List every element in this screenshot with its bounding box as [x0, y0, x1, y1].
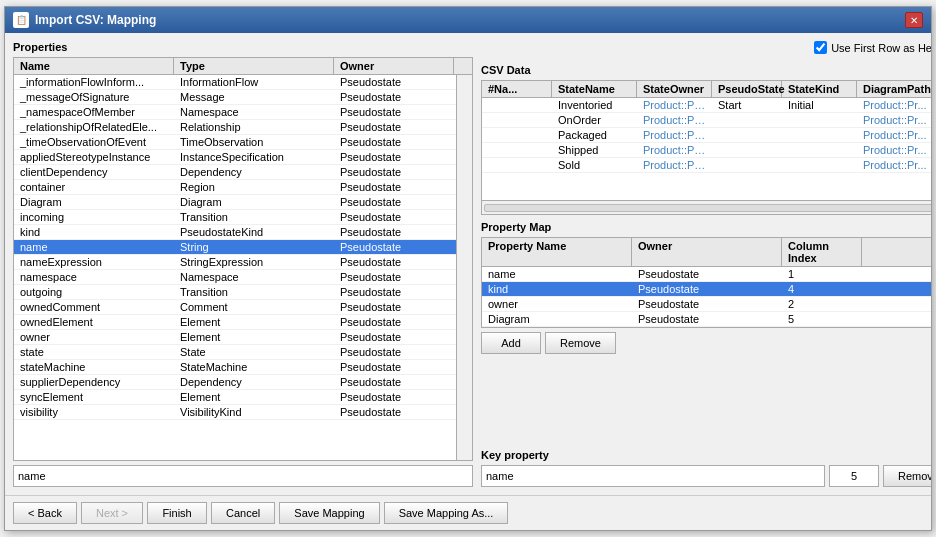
key-property-remove-button[interactable]: Remove [883, 465, 931, 487]
csv-table-row[interactable]: OnOrder Product::Pr... Product::Pr... [482, 113, 931, 128]
finish-button[interactable]: Finish [147, 502, 207, 524]
prop-cell-name: container [14, 180, 174, 194]
prop-cell-name: nameExpression [14, 255, 174, 269]
prop-cell-owner: Pseudostate [334, 390, 454, 404]
table-row[interactable]: namespace Namespace Pseudostate [14, 270, 456, 285]
prop-cell-owner: Pseudostate [334, 165, 454, 179]
csv-table-body: Inventoried Product::Pr... Start Initial… [482, 98, 931, 200]
table-row[interactable]: Diagram Diagram Pseudostate [14, 195, 456, 210]
table-row[interactable]: name String Pseudostate [14, 240, 456, 255]
csv-cell-name: Shipped [552, 143, 637, 157]
prop-cell-name: appliedStereotypeInstance [14, 150, 174, 164]
table-row[interactable]: owner Element Pseudostate [14, 330, 456, 345]
pm-table-row[interactable]: Diagram Pseudostate 5 [482, 312, 931, 327]
csv-cell-pseudo: Start [712, 98, 782, 112]
csv-cell-owner: Product::Pr... [637, 158, 712, 172]
prop-cell-name: _informationFlowInform... [14, 75, 174, 89]
prop-cell-name: stateMachine [14, 360, 174, 374]
csv-scrollbar-x[interactable] [482, 200, 931, 214]
save-mapping-button[interactable]: Save Mapping [279, 502, 379, 524]
key-property-number-input[interactable] [829, 465, 879, 487]
header-checkbox-row: Use First Row as Header [481, 41, 931, 54]
add-remove-row: Add Remove [481, 332, 931, 354]
table-row[interactable]: supplierDependency Dependency Pseudostat… [14, 375, 456, 390]
prop-cell-name: name [14, 240, 174, 254]
csv-cell-path: Product::Pr... [857, 128, 931, 142]
properties-label: Properties [13, 41, 473, 53]
key-property-label: Key property [481, 449, 931, 461]
key-property-name-input[interactable] [481, 465, 825, 487]
table-row[interactable]: _messageOfSignature Message Pseudostate [14, 90, 456, 105]
table-row[interactable]: _timeObservationOfEvent TimeObservation … [14, 135, 456, 150]
window-icon: 📋 [13, 12, 29, 28]
prop-cell-type: Namespace [174, 105, 334, 119]
csv-cell-owner: Product::Pr... [637, 98, 712, 112]
table-row[interactable]: _namespaceOfMember Namespace Pseudostate [14, 105, 456, 120]
back-button[interactable]: < Back [13, 502, 77, 524]
table-row[interactable]: clientDependency Dependency Pseudostate [14, 165, 456, 180]
table-row[interactable]: outgoing Transition Pseudostate [14, 285, 456, 300]
csv-cell-owner: Product::Pr... [637, 113, 712, 127]
main-window: 📋 Import CSV: Mapping ✕ Properties Name … [4, 6, 932, 531]
pm-table-row[interactable]: name Pseudostate 1 [482, 267, 931, 282]
pm-cell-name: name [482, 267, 632, 281]
prop-cell-owner: Pseudostate [334, 225, 454, 239]
prop-cell-type: StateMachine [174, 360, 334, 374]
csv-table-row[interactable]: Packaged Product::Pr... Product::Pr... [482, 128, 931, 143]
prop-cell-name: visibility [14, 405, 174, 419]
csv-table-row[interactable]: Sold Product::Pr... Product::Pr... [482, 158, 931, 173]
csv-cell-name: Sold [552, 158, 637, 172]
add-button[interactable]: Add [481, 332, 541, 354]
properties-scrollbar[interactable] [456, 75, 472, 460]
cancel-button[interactable]: Cancel [211, 502, 275, 524]
pm-cell-name: owner [482, 297, 632, 311]
prop-cell-type: VisibilityKind [174, 405, 334, 419]
right-panel: Use First Row as Header CSV Data #Na... … [481, 41, 931, 487]
csv-scrollbar-track[interactable] [484, 204, 931, 212]
prop-cell-owner: Pseudostate [334, 315, 454, 329]
csv-cell-path: Product::Pr... [857, 143, 931, 157]
prop-cell-type: Element [174, 330, 334, 344]
pm-table-row[interactable]: owner Pseudostate 2 [482, 297, 931, 312]
properties-search-input[interactable] [13, 465, 473, 487]
table-row[interactable]: visibility VisibilityKind Pseudostate [14, 405, 456, 420]
prop-cell-type: Transition [174, 285, 334, 299]
csv-table-row[interactable]: Inventoried Product::Pr... Start Initial… [482, 98, 931, 113]
table-row[interactable]: nameExpression StringExpression Pseudost… [14, 255, 456, 270]
save-mapping-as-button[interactable]: Save Mapping As... [384, 502, 509, 524]
table-row[interactable]: syncElement Element Pseudostate [14, 390, 456, 405]
csv-cell-kind [782, 158, 857, 172]
csv-section: CSV Data #Na... StateName StateOwner Pse… [481, 64, 931, 215]
csv-table-row[interactable]: Shipped Product::Pr... Product::Pr... [482, 143, 931, 158]
csv-label: CSV Data [481, 64, 931, 76]
prop-cell-type: InformationFlow [174, 75, 334, 89]
table-row[interactable]: _relationshipOfRelatedEle... Relationshi… [14, 120, 456, 135]
csv-cell-path: Product::Pr... [857, 98, 931, 112]
first-row-checkbox[interactable] [814, 41, 827, 54]
prop-cell-name: _relationshipOfRelatedEle... [14, 120, 174, 134]
table-row[interactable]: appliedStereotypeInstance InstanceSpecif… [14, 150, 456, 165]
csv-cell-owner: Product::Pr... [637, 128, 712, 142]
table-row[interactable]: container Region Pseudostate [14, 180, 456, 195]
csv-cell-kind [782, 113, 857, 127]
prop-cell-type: Namespace [174, 270, 334, 284]
csv-cell-name: Inventoried [552, 98, 637, 112]
pm-header-index: Column Index [782, 238, 862, 266]
prop-cell-name: Diagram [14, 195, 174, 209]
table-row[interactable]: _informationFlowInform... InformationFlo… [14, 75, 456, 90]
prop-cell-name: ownedComment [14, 300, 174, 314]
remove-button[interactable]: Remove [545, 332, 616, 354]
next-button[interactable]: Next > [81, 502, 143, 524]
prop-cell-owner: Pseudostate [334, 300, 454, 314]
table-row[interactable]: kind PseudostateKind Pseudostate [14, 225, 456, 240]
pm-table-body: name Pseudostate 1 kind Pseudostate 4 ow… [482, 267, 931, 327]
table-row[interactable]: incoming Transition Pseudostate [14, 210, 456, 225]
prop-cell-type: Region [174, 180, 334, 194]
table-row[interactable]: ownedElement Element Pseudostate [14, 315, 456, 330]
table-row[interactable]: ownedComment Comment Pseudostate [14, 300, 456, 315]
table-row[interactable]: state State Pseudostate [14, 345, 456, 360]
table-row[interactable]: stateMachine StateMachine Pseudostate [14, 360, 456, 375]
prop-cell-owner: Pseudostate [334, 240, 454, 254]
close-button[interactable]: ✕ [905, 12, 923, 28]
pm-table-row[interactable]: kind Pseudostate 4 [482, 282, 931, 297]
